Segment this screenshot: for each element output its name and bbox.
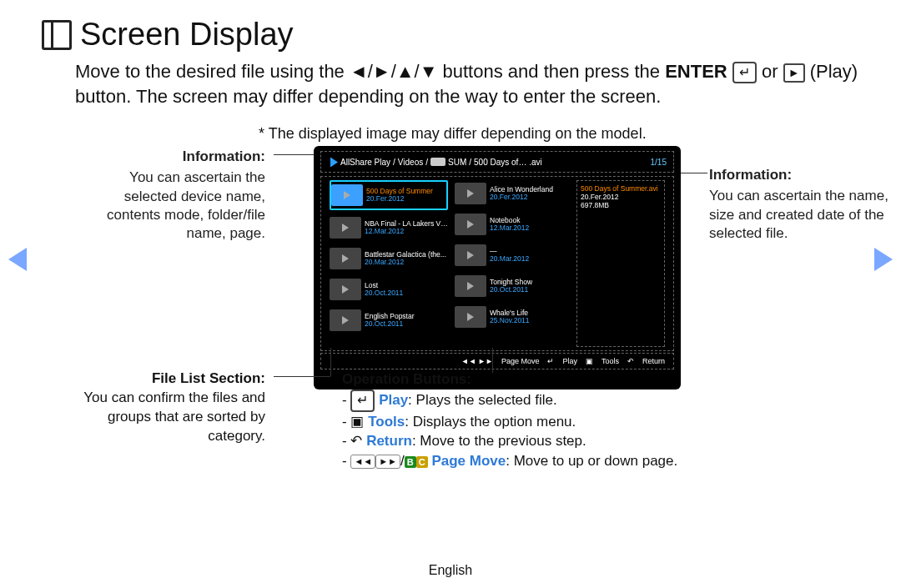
lead-line — [676, 173, 707, 173]
file-date: 20.Mar.2012 — [365, 259, 446, 266]
crumb-file: 500 Days of… .avi — [474, 158, 542, 167]
tv-op-tools: Tools — [602, 357, 619, 365]
file-item[interactable]: Whale's Life25.Nov.2011 — [455, 304, 566, 330]
page-indicator: 1/15 — [651, 158, 667, 167]
op-page-text: : Move to up or down page. — [506, 453, 677, 469]
play-key-icon: ► — [783, 63, 805, 83]
ops-head: Operation Buttons: — [342, 371, 471, 387]
yellow-c-button-icon: C — [416, 456, 428, 468]
breadcrumb-bar: AllShare Play / Videos / SUM / 500 Days … — [320, 151, 674, 173]
file-date: 25.Nov.2011 — [490, 317, 530, 324]
callout-left-info: Information: You can ascertain the selec… — [83, 148, 265, 242]
enter-icon: ↵ — [350, 389, 375, 411]
tv-op-pagemove: Page Move — [501, 357, 540, 365]
usb-device-icon — [430, 158, 445, 166]
title-text: Screen Display — [80, 17, 294, 53]
rewind-ff-icon: ◄◄ ►► — [461, 357, 493, 365]
file-grid: 500 Days of Summer20.Fer.2012 NBA Final … — [320, 176, 674, 351]
tools-icon: ▣ — [350, 414, 364, 430]
book-icon — [42, 20, 72, 50]
callout-file-list: File List Section: You can confirm the f… — [67, 369, 265, 446]
op-play-text: : Plays the selected file. — [408, 392, 557, 408]
callout-left-body: You can ascertain the selected device na… — [107, 169, 265, 240]
operation-buttons-desc: Operation Buttons: - ↵ Play: Plays the s… — [342, 369, 843, 471]
tv-op-play: Play — [562, 357, 577, 365]
page-language-footer: English — [0, 563, 901, 578]
info-title: 500 Days of Summer.avi — [581, 184, 661, 193]
instr-lead: Move to the desired file using the — [75, 61, 350, 82]
tools-icon: ▣ — [586, 357, 593, 365]
video-thumb-icon — [455, 183, 486, 204]
file-item[interactable]: —20.Mar.2012 — [455, 242, 566, 269]
op-return-key: Return — [366, 433, 412, 449]
file-item[interactable]: English Popstar20.Oct.2011 — [330, 307, 448, 334]
op-page-key: Page Move — [431, 453, 506, 469]
crumb-device: SUM — [448, 158, 466, 167]
info-date: 20.Fer.2012 — [581, 193, 661, 201]
tv-ops-bar: ◄◄ ►► Page Move ↵Play ▣Tools ↶Return — [320, 353, 674, 369]
file-date: 12.Mar.2012 — [365, 228, 448, 235]
forward-icon: ►► — [375, 455, 400, 469]
tv-op-return: Return — [642, 357, 665, 365]
video-thumb-icon — [330, 217, 361, 239]
enter-label: ENTER — [665, 61, 727, 82]
op-tools-key: Tools — [368, 414, 405, 430]
callout-right-head: Information: — [709, 166, 893, 184]
video-thumb-icon — [330, 279, 361, 300]
file-item[interactable]: Notebook12.Mar.2012 — [455, 211, 566, 238]
tv-screen-mock: AllShare Play / Videos / SUM / 500 Days … — [315, 148, 679, 388]
lead-line — [492, 348, 493, 373]
callout-right-body: You can ascertain the name, size and cre… — [709, 188, 888, 240]
video-thumb-icon — [455, 214, 486, 235]
arrow-keys-text: ◄/►/▲/▼ — [350, 61, 437, 82]
file-list-body: You can confirm the files and groups tha… — [83, 389, 265, 444]
file-date: 20.Fer.2012 — [366, 195, 433, 203]
video-thumb-icon — [455, 306, 486, 328]
file-date: 20.Oct.2011 — [365, 289, 403, 297]
rewind-icon: ◄◄ — [350, 455, 375, 469]
illustration-area: Information: You can ascertain the selec… — [42, 148, 859, 406]
crumb-app: AllShare Play — [340, 158, 390, 167]
file-date: 20.Oct.2011 — [490, 286, 532, 294]
video-thumb-icon — [455, 244, 486, 266]
file-info-panel: 500 Days of Summer.avi 20.Fer.2012 697.8… — [576, 180, 665, 347]
prev-page-arrow-icon[interactable] — [8, 248, 27, 271]
file-item[interactable]: Lost20.Oct.2011 — [330, 276, 448, 303]
info-size: 697.8MB — [581, 201, 661, 209]
callout-right-info: Information: You can ascertain the name,… — [709, 166, 893, 242]
op-play-key: Play — [379, 392, 408, 408]
return-icon: ↶ — [627, 357, 634, 365]
file-item-selected[interactable]: 500 Days of Summer20.Fer.2012 — [330, 180, 448, 210]
file-date: 20.Mar.2012 — [490, 255, 529, 263]
enter-icon: ↵ — [547, 357, 554, 365]
video-thumb-icon — [330, 309, 361, 331]
model-note: * The displayed image may differ dependi… — [259, 125, 859, 143]
next-page-arrow-icon[interactable] — [874, 248, 893, 271]
video-thumb-icon — [330, 248, 361, 269]
op-return-text: : Move to the previous step. — [412, 433, 586, 449]
callout-left-head: Information: — [83, 148, 265, 166]
lead-line — [274, 154, 315, 155]
instr-or: or — [762, 61, 783, 82]
instruction-paragraph: Move to the desired file using the ◄/►/▲… — [75, 59, 859, 108]
section-title: Screen Display — [42, 17, 859, 53]
file-date: 12.Mar.2012 — [490, 224, 529, 232]
file-item[interactable]: NBA Final - LA Lakers VS...12.Mar.2012 — [330, 214, 448, 241]
file-list-head: File List Section: — [152, 370, 265, 386]
video-thumb-icon — [455, 275, 486, 297]
file-date: 20.Fer.2012 — [490, 193, 553, 201]
crumb-section: Videos — [398, 158, 423, 167]
file-item[interactable]: Tonight Show20.Oct.2011 — [455, 273, 566, 299]
instr-after: buttons and then press the — [443, 61, 666, 82]
play-service-icon — [328, 157, 338, 167]
file-col-a: 500 Days of Summer20.Fer.2012 NBA Final … — [330, 180, 448, 347]
return-icon: ↶ — [350, 433, 362, 449]
file-item[interactable]: Alice In Wonderland20.Fer.2012 — [455, 180, 566, 207]
file-date: 20.Oct.2011 — [365, 320, 415, 328]
file-col-b: Alice In Wonderland20.Fer.2012 Notebook1… — [455, 180, 566, 347]
green-b-button-icon: B — [405, 456, 416, 468]
enter-icon: ↵ — [732, 62, 757, 83]
file-item[interactable]: Battlestar Galactica (the...20.Mar.2012 — [330, 245, 448, 272]
op-tools-text: : Displays the option menu. — [405, 414, 576, 430]
lead-line — [274, 376, 330, 377]
